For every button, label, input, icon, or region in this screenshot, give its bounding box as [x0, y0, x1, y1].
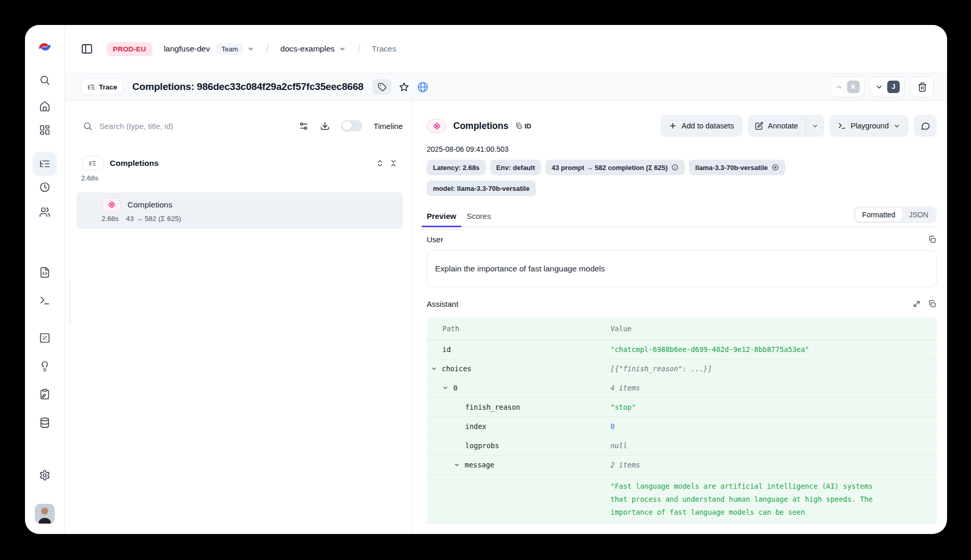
prev-keycap: K: [847, 81, 860, 93]
trace-nav-group: K J: [830, 76, 934, 97]
observation-tokens: 43 → 582 (Σ 625): [126, 215, 181, 223]
breadcrumb-org[interactable]: langfuse-dev: [164, 44, 210, 54]
row-collapse-chevron-icon[interactable]: [454, 462, 460, 468]
trace-header-bar: Trace Completions: 986dec33c084f29a2cf57…: [65, 73, 947, 101]
copy-id-button[interactable]: ID: [515, 122, 531, 130]
user-section-label: User: [427, 235, 443, 244]
playground-label: Playground: [851, 122, 889, 130]
assistant-section-label: Assistant: [427, 299, 458, 308]
row-collapse-chevron-icon[interactable]: [431, 366, 437, 372]
format-formatted-option[interactable]: Formatted: [855, 208, 902, 222]
tree-root-row[interactable]: Completions: [82, 156, 398, 171]
copy-icon: [515, 122, 522, 129]
plus-icon: [669, 122, 677, 130]
observation-duration: 2.68s: [101, 215, 119, 223]
prev-trace-button[interactable]: K: [830, 76, 865, 97]
playground-terminal-icon[interactable]: [33, 289, 57, 312]
model-chip-badge[interactable]: llama-3.3-70b-versatile: [689, 160, 785, 175]
tree-root-label: Completions: [110, 159, 159, 168]
org-chevron-icon[interactable]: [247, 45, 254, 53]
json-path: finish_reason: [465, 403, 520, 411]
add-to-datasets-label: Add to datasets: [682, 122, 734, 130]
collapse-all-icon[interactable]: [389, 159, 398, 167]
expand-content-icon[interactable]: [912, 299, 921, 308]
langfuse-logo-icon[interactable]: [37, 40, 53, 54]
breadcrumb-project[interactable]: docs-examples: [280, 44, 335, 54]
copy-user-message-icon[interactable]: [928, 235, 937, 244]
metadata-badges-row: Latency: 2.68s Env: default 43 prompt → …: [427, 160, 937, 175]
home-icon[interactable]: [33, 95, 57, 119]
annotate-dropdown-chevron[interactable]: [806, 115, 824, 137]
breadcrumb-separator: /: [266, 43, 269, 55]
detail-title: Completions: [453, 121, 508, 132]
trace-title: Completions: 986dec33c084f29a2cf57fc35ee…: [132, 81, 363, 93]
assistant-section-header: Assistant: [427, 299, 937, 308]
chevron-down-icon: [893, 123, 900, 129]
tree-observation-row-selected[interactable]: Completions 2.68s 43 → 582 (Σ 625): [76, 192, 403, 229]
detail-tabs: Preview Scores Formatted JSON: [427, 206, 937, 227]
project-chevron-icon[interactable]: [339, 45, 346, 53]
annotate-button[interactable]: Annotate: [748, 115, 806, 137]
public-globe-icon[interactable]: [417, 81, 429, 93]
delete-trace-button[interactable]: [910, 76, 934, 97]
star-bookmark-icon[interactable]: [399, 82, 410, 93]
user-avatar[interactable]: [35, 504, 55, 524]
download-icon[interactable]: [320, 121, 330, 131]
top-navbar: PROD-EU langfuse-dev Team / docs-example…: [65, 25, 947, 73]
timeline-toggle[interactable]: [341, 120, 362, 132]
tracing-icon[interactable]: [33, 152, 57, 176]
tree-search-row: Timeline: [83, 116, 403, 135]
breadcrumb-page[interactable]: Traces: [372, 44, 397, 54]
insights-lightbulb-icon[interactable]: [33, 354, 57, 378]
add-to-datasets-button[interactable]: Add to datasets: [660, 115, 743, 137]
row-collapse-chevron-icon[interactable]: [442, 385, 449, 391]
search-icon[interactable]: [33, 68, 57, 92]
format-json-option[interactable]: JSON: [902, 208, 935, 222]
user-message-text: Explain the importance of fast language …: [435, 264, 605, 274]
json-table-row: finish_reason"stop": [427, 398, 937, 417]
prompts-file-icon[interactable]: [33, 261, 57, 284]
user-message-box: Explain the importance of fast language …: [427, 250, 937, 287]
content-area: Timeline Completions: [65, 101, 947, 534]
evaluation-percent-icon[interactable]: [33, 326, 57, 350]
sessions-clock-icon[interactable]: [33, 175, 57, 199]
trace-node-icon: [82, 156, 104, 171]
assistant-json-table: Path Value id"chatcmpl-6988b6ee-d699-402…: [427, 317, 937, 524]
json-table-row: "Fast language models are artificial int…: [427, 475, 937, 525]
copy-assistant-message-icon[interactable]: [928, 299, 937, 308]
filter-sliders-icon[interactable]: [299, 121, 309, 131]
tree-root-duration: 2.68s: [81, 174, 412, 182]
main-column: PROD-EU langfuse-dev Team / docs-example…: [65, 25, 947, 534]
json-path: 0: [453, 384, 457, 392]
timeline-toggle-label: Timeline: [374, 122, 403, 131]
terminal-icon: [838, 122, 846, 130]
tree-search-input[interactable]: [99, 122, 299, 131]
tag-icon[interactable]: [373, 79, 391, 95]
trace-type-badge: Trace: [81, 79, 123, 95]
org-type-badge: Team: [216, 43, 243, 55]
datasets-database-icon[interactable]: [33, 411, 57, 435]
settings-gear-icon[interactable]: [33, 463, 57, 487]
next-trace-button[interactable]: J: [870, 76, 905, 97]
annotation-clipboard-icon[interactable]: [33, 382, 57, 406]
generation-icon: [101, 198, 121, 212]
circle-plus-icon[interactable]: [772, 164, 779, 171]
json-value: "Fast language models are artificial int…: [610, 475, 937, 525]
latency-badge: Latency: 2.68s: [427, 160, 486, 175]
tab-scores[interactable]: Scores: [462, 209, 496, 227]
expand-all-icon[interactable]: [376, 159, 384, 167]
json-value: "stop": [610, 398, 937, 417]
playground-button[interactable]: Playground: [829, 115, 909, 137]
env-badge: Env: default: [490, 160, 541, 175]
id-label: ID: [525, 122, 531, 130]
dashboard-icon[interactable]: [33, 118, 57, 142]
sidebar-toggle-icon[interactable]: [81, 43, 93, 55]
users-icon[interactable]: [33, 200, 57, 224]
json-table-row: id"chatcmpl-6988b6ee-d699-402d-9e12-8bb8…: [427, 340, 937, 359]
tab-preview[interactable]: Preview: [421, 209, 462, 227]
info-icon[interactable]: [671, 164, 679, 171]
json-table-row: index0: [427, 417, 937, 436]
comments-button[interactable]: [914, 115, 937, 137]
next-keycap: J: [887, 81, 900, 93]
json-path: index: [465, 422, 487, 431]
